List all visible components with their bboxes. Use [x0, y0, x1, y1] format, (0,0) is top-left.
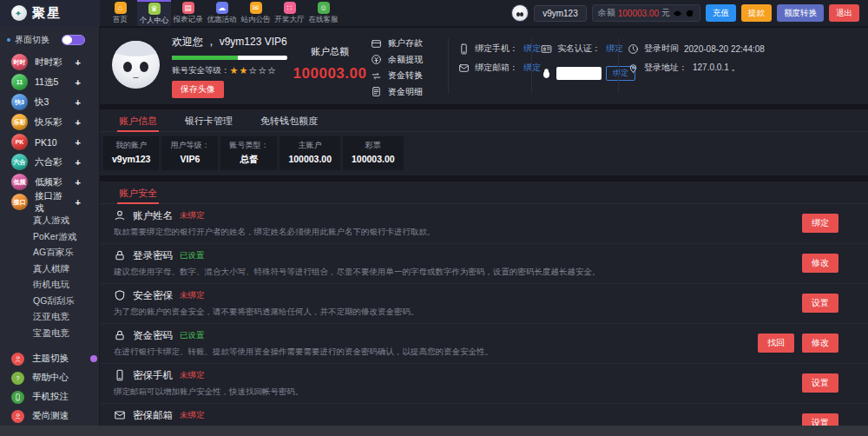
login-address-row: 登录地址： 127.0.0.1 。 — [628, 58, 765, 77]
nav-item-站内公告[interactable]: ✉ 站内公告 — [239, 0, 273, 26]
cell-label: 账号类型： — [229, 140, 268, 151]
sidebar-game-快3[interactable]: 快3 快3 + — [0, 92, 99, 112]
sidebar-game-六合彩[interactable]: 六合 六合彩 + — [0, 152, 99, 172]
login-time-row: 登录时间 2020-08-20 22:44:08 — [628, 39, 765, 58]
expand-plus-icon[interactable]: + — [76, 197, 81, 208]
ui-switch-row: 界面切换 — [0, 26, 99, 52]
bind-email-label: 绑定邮箱： — [475, 62, 518, 74]
sidebar-item-帮助中心[interactable]: ? 帮助中心 — [0, 368, 99, 387]
nav-item-优惠活动[interactable]: ☁ 优惠活动 — [205, 0, 239, 26]
sidebar-game-快乐彩[interactable]: 乐彩 快乐彩 + — [0, 112, 99, 132]
security-action-设置[interactable]: 设置 — [802, 413, 838, 426]
security-row-desc: 绑定邮箱可以增加账户安全性，快速找回帐号密码。 — [114, 386, 794, 397]
account-tabs: 账户信息银行卡管理免转钱包额度 — [100, 109, 868, 132]
sidebar-subitem-街机电玩[interactable]: 街机电玩 — [0, 276, 99, 293]
recharge-button[interactable]: 充值 — [706, 4, 736, 22]
logout-button[interactable]: 退出 — [829, 4, 859, 22]
bind-phone-link[interactable]: 绑定 — [523, 43, 541, 55]
logo-star-icon: ✦ — [11, 5, 27, 21]
sidebar-subitem-泛亚电竞[interactable]: 泛亚电竞 — [0, 308, 99, 325]
welcome-card: 欢迎您 ， v9ym123 VIP6 账号安全等级： ★★☆☆☆ 保存头像 账户… — [100, 28, 868, 104]
nav-item-开奖大厅[interactable]: ∷ 开奖大厅 — [273, 0, 306, 26]
quick-link-余额提现[interactable]: 余额提现 — [371, 52, 423, 69]
sidebar-item-爱尚测速[interactable]: 爱尚测速 — [0, 406, 99, 426]
save-avatar-button[interactable]: 保存头像 — [172, 81, 224, 98]
security-action-绑定[interactable]: 绑定 — [802, 214, 838, 233]
sidebar-subitem-QG刮刮乐[interactable]: QG刮刮乐 — [0, 293, 99, 309]
divider — [618, 38, 619, 94]
quick-link-账户存款[interactable]: 账户存款 — [371, 36, 423, 52]
bind-email-row: 绑定邮箱： 绑定 — [458, 58, 541, 77]
security-row-登录密码: 登录密码 已设置 建议您使用字母、数字、混合大小写、特殊符号等进行组合，尽量不要… — [100, 244, 868, 284]
account-info-cell: 账号类型： 总督 — [220, 136, 277, 170]
nav-item-报表记录[interactable]: ▤ 报表记录 — [171, 0, 205, 26]
security-row-content: 密保手机 未绑定 绑定邮箱可以增加账户安全性，快速找回帐号密码。 — [114, 368, 794, 397]
security-action-修改[interactable]: 修改 — [802, 334, 838, 353]
logo[interactable]: ✦ 聚星 — [0, 0, 100, 26]
security-row-title: 密保手机 — [133, 369, 173, 382]
qq-input[interactable] — [556, 67, 602, 80]
sidebar-subitem-真人游戏[interactable]: 真人游戏 — [0, 212, 99, 228]
withdraw-button[interactable]: 提款 — [741, 4, 772, 22]
bind-email-link[interactable]: 绑定 — [523, 62, 541, 74]
expand-plus-icon[interactable]: + — [76, 117, 81, 128]
nav-item-首页[interactable]: ⌂ 首页 — [103, 0, 137, 26]
security-row-status: 已设置 — [180, 250, 205, 261]
game-name: 六合彩 — [35, 156, 62, 168]
greeting-username: v9ym123 — [220, 36, 262, 48]
expand-plus-icon[interactable]: + — [76, 177, 81, 188]
sidebar-subitem-宝盈电竞[interactable]: 宝盈电竞 — [0, 325, 99, 341]
security-row-content: 账户姓名 未绑定 取款需要绑定您的银行开户者的姓名，绑定姓名必须使用此账户名下的… — [114, 208, 794, 237]
expand-plus-icon[interactable]: + — [76, 57, 81, 68]
security-row-title: 账户姓名 — [133, 209, 173, 222]
mail-icon — [114, 409, 126, 421]
expand-plus-icon[interactable]: + — [76, 77, 81, 88]
username-box[interactable]: v9ym123 — [534, 5, 587, 22]
realname-column: 实名认证： 绑定 绑定 — [541, 39, 635, 81]
sidebar-subitem-真人棋牌[interactable]: 真人棋牌 — [0, 261, 99, 277]
game-icon: PK — [11, 134, 28, 150]
security-row-账户姓名: 账户姓名 未绑定 取款需要绑定您的银行开户者的姓名，绑定姓名必须使用此账户名下的… — [100, 204, 868, 244]
security-action-找回[interactable]: 找回 — [758, 334, 794, 353]
sidebar-game-PK10[interactable]: PK PK10 + — [0, 132, 99, 152]
game-name: 快乐彩 — [35, 116, 62, 129]
nav-item-个人中心[interactable]: ♛ 个人中心 — [137, 0, 171, 26]
location-pin-icon — [628, 63, 639, 74]
security-row-title: 资金密码 — [133, 329, 173, 342]
security-action-修改[interactable]: 修改 — [802, 254, 838, 273]
account-info-cell: 主账户 100003.00 — [279, 136, 340, 170]
expand-plus-icon[interactable]: + — [76, 97, 81, 108]
sidebar-item-手机投注[interactable]: 手机投注 — [0, 387, 99, 406]
realname-label: 实名认证： — [557, 43, 601, 55]
quick-link-资金明细[interactable]: 资金明细 — [371, 84, 423, 101]
refresh-icon[interactable] — [685, 9, 694, 18]
quota-transfer-button[interactable]: 额度转换 — [777, 4, 824, 22]
expand-plus-icon[interactable]: + — [76, 137, 81, 148]
tab-bank-card[interactable]: 银行卡管理 — [171, 109, 247, 131]
idcard-icon — [541, 43, 552, 55]
sidebar-item-主题切换[interactable]: 主题切换 — [0, 349, 99, 368]
login-time-label: 登录时间 — [644, 43, 679, 55]
tab-account-info[interactable]: 账户信息 — [105, 109, 171, 131]
sidebar-game-11选5[interactable]: 11 11选5 + — [0, 72, 99, 92]
ui-switch-toggle[interactable] — [62, 35, 85, 45]
security-action-设置[interactable]: 设置 — [802, 294, 838, 313]
speed-icon — [11, 410, 24, 423]
quick-link-label: 余额提现 — [388, 54, 423, 66]
phone-icon — [114, 369, 126, 381]
realname-link[interactable]: 绑定 — [606, 43, 623, 55]
phone-icon — [458, 43, 470, 55]
sidebar-game-接口游戏[interactable]: 接口 接口游戏 + — [0, 192, 99, 212]
security-action-设置[interactable]: 设置 — [802, 373, 838, 393]
security-row-status: 已设置 — [180, 330, 205, 341]
sidebar-subitem-PoKer游戏[interactable]: PoKer游戏 — [0, 228, 99, 245]
sidebar-game-时时彩[interactable]: 时时 时时彩 + — [0, 52, 99, 72]
quick-link-资金转换[interactable]: 资金转换 — [371, 68, 423, 84]
tab-wallet-quota[interactable]: 免转钱包额度 — [247, 109, 332, 131]
sidebar-subitem-AG百家乐[interactable]: AG百家乐 — [0, 244, 99, 261]
user-avatar-small[interactable] — [511, 4, 529, 22]
nav-item-在线客服[interactable]: ☺ 在线客服 — [306, 0, 340, 26]
account-info-row: 我的账户 v9ym123 用户等级： VIP6 账号类型： 总督 主账户 100… — [100, 132, 868, 175]
expand-plus-icon[interactable]: + — [76, 157, 81, 168]
eye-icon[interactable] — [673, 9, 682, 18]
